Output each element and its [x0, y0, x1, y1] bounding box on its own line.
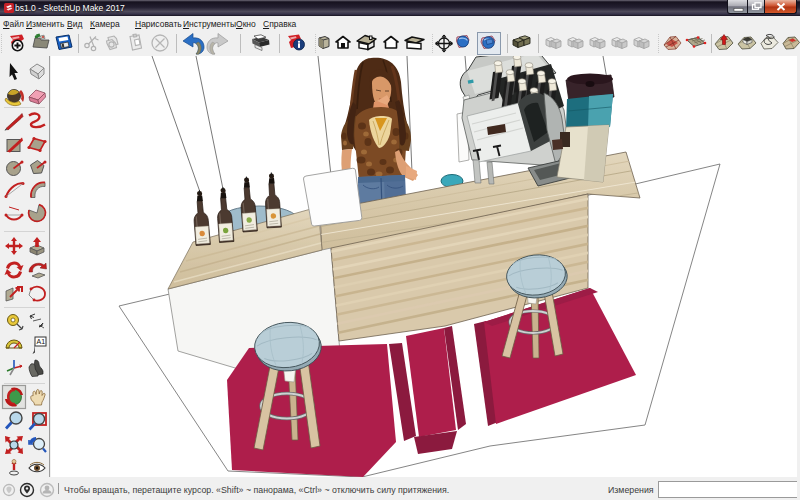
svg-text:A1: A1: [37, 338, 46, 345]
